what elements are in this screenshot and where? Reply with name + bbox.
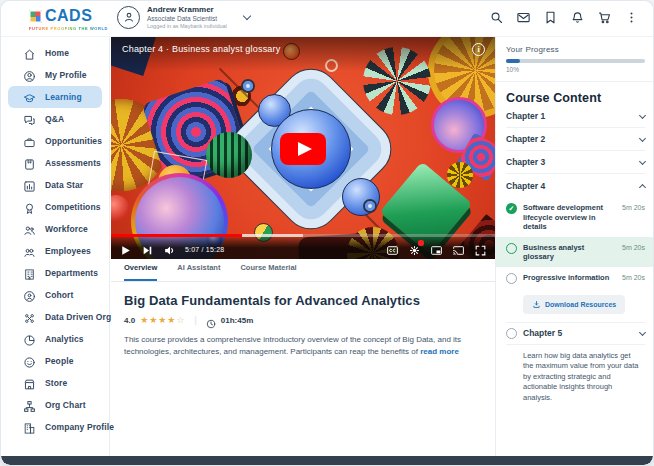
sidebar-item-opportunities[interactable]: Opportunities xyxy=(8,130,102,152)
profile-icon xyxy=(23,69,36,82)
bell-icon[interactable] xyxy=(570,10,585,25)
info-icon[interactable]: i xyxy=(472,43,485,56)
sidebar-item-people[interactable]: People xyxy=(8,350,102,372)
more-icon[interactable] xyxy=(624,10,639,25)
course-content-heading: Course Content xyxy=(506,91,645,105)
departments-icon xyxy=(23,267,36,280)
company-profile-icon xyxy=(23,421,36,434)
tab-overview[interactable]: Overview xyxy=(124,263,157,281)
video-progress-bar xyxy=(111,234,242,237)
sidebar-item-workforce[interactable]: Workforce xyxy=(8,218,102,240)
rating-value: 4.0 xyxy=(124,316,135,325)
user-login-note: Logged in as Maybank individual xyxy=(147,23,227,29)
sidebar-item-qa[interactable]: Q&A xyxy=(8,108,102,130)
current-circle-icon xyxy=(506,243,517,254)
video-time: 5:07 / 15:28 xyxy=(185,246,224,253)
app-window: CADS FUTURE PROOFING THE WORLD Andrew Kr… xyxy=(0,0,654,466)
cart-icon[interactable] xyxy=(597,10,612,25)
sidebar-item-my-profile[interactable]: My Profile xyxy=(8,64,102,86)
sidebar-item-home[interactable]: Home xyxy=(8,42,102,64)
next-icon[interactable] xyxy=(141,243,154,256)
cast-icon[interactable] xyxy=(452,243,465,256)
chapter-row-5[interactable]: Chapter 5 xyxy=(506,322,645,345)
chapter-row-2[interactable]: Chapter 2 xyxy=(506,128,645,151)
workforce-icon xyxy=(23,223,36,236)
competitions-icon xyxy=(23,201,36,214)
completed-check-icon: ✓ xyxy=(506,203,517,214)
tab-course-material[interactable]: Course Material xyxy=(240,263,296,281)
chapter-row-1[interactable]: Chapter 1 xyxy=(506,105,645,128)
user-profile-menu[interactable]: Andrew Krammer Associate Data Scientist … xyxy=(117,5,250,29)
youtube-play-button[interactable] xyxy=(280,133,326,165)
top-header: CADS FUTURE PROOFING THE WORLD Andrew Kr… xyxy=(1,1,653,37)
panel-divider xyxy=(496,81,654,82)
chevron-down-icon xyxy=(639,328,646,335)
read-more-link[interactable]: read more xyxy=(420,347,459,356)
analytics-icon xyxy=(23,333,36,346)
video-top-gradient xyxy=(111,37,495,71)
cads-logo[interactable]: CADS FUTURE PROOFING THE WORLD xyxy=(29,7,108,31)
download-icon xyxy=(532,300,541,309)
search-icon[interactable] xyxy=(489,10,504,25)
employees-icon xyxy=(23,245,36,258)
tab-ai-assistant[interactable]: AI Assistant xyxy=(177,263,220,281)
play-icon[interactable] xyxy=(119,243,132,256)
sidebar: Home My Profile Learning Q&A Opportuniti… xyxy=(1,37,110,456)
sidebar-item-org-chart[interactable]: Org Chart xyxy=(8,394,102,416)
chapter-row-4[interactable]: Chapter 4 xyxy=(506,174,645,197)
sidebar-item-store[interactable]: Store xyxy=(8,372,102,394)
video-controls: 5:07 / 15:28 xyxy=(111,234,495,259)
sidebar-item-employees[interactable]: Employees xyxy=(8,240,102,262)
download-resources-button[interactable]: Download Resources xyxy=(523,295,625,314)
user-role: Associate Data Scientist xyxy=(147,15,227,22)
cads-logo-text: CADS xyxy=(45,7,92,25)
learning-icon xyxy=(23,91,36,104)
home-icon xyxy=(23,47,36,60)
user-name: Andrew Krammer xyxy=(147,5,227,14)
bookmark-icon[interactable] xyxy=(543,10,558,25)
miniplayer-icon[interactable] xyxy=(430,243,443,256)
course-title: Big Data Fundamentals for Advanced Analy… xyxy=(124,293,482,308)
progress-bar-fill xyxy=(506,59,520,63)
lesson-row-current[interactable]: Business analyst glossary 5m 20s xyxy=(496,237,654,267)
data-star-icon xyxy=(23,179,36,192)
upcoming-circle-icon xyxy=(506,273,517,284)
window-bottom-bar xyxy=(1,456,653,465)
sidebar-item-assessments[interactable]: Assessments xyxy=(8,152,102,174)
briefcase-icon xyxy=(23,135,36,148)
settings-icon[interactable] xyxy=(408,243,421,256)
meta-divider: | xyxy=(194,315,196,325)
sidebar-item-data-star[interactable]: Data Star xyxy=(8,174,102,196)
progress-bar xyxy=(506,59,645,63)
sidebar-item-departments[interactable]: Departments xyxy=(8,262,102,284)
right-panel: Your Progress 10% Course Content Chapter… xyxy=(495,37,654,456)
sidebar-item-learning[interactable]: Learning xyxy=(8,86,102,108)
chevron-down-icon xyxy=(639,111,646,118)
course-tabs: Overview AI Assistant Course Material xyxy=(111,259,495,282)
sidebar-item-cohort[interactable]: Cohort xyxy=(8,284,102,306)
video-player[interactable]: Chapter 4 · Business analyst glossary i … xyxy=(111,37,495,259)
lesson-duration: 5m 20s xyxy=(622,204,645,232)
assessments-icon xyxy=(23,157,36,170)
lesson-row-completed[interactable]: ✓ Software development lifecycle overvie… xyxy=(506,197,645,237)
chevron-up-icon xyxy=(639,183,646,190)
chapter-row-3[interactable]: Chapter 3 xyxy=(506,151,645,174)
fullscreen-icon[interactable] xyxy=(474,243,487,256)
cads-logo-tagline: FUTURE PROOFING THE WORLD xyxy=(29,26,108,31)
cc-icon[interactable] xyxy=(386,243,399,256)
cohort-icon xyxy=(23,289,36,302)
sidebar-item-data-driven-org[interactable]: Data Driven Org xyxy=(8,306,102,328)
chevron-down-icon xyxy=(639,157,646,164)
volume-icon[interactable] xyxy=(163,243,176,256)
qa-icon xyxy=(23,113,36,126)
lesson-duration: 5m 20s xyxy=(622,274,645,284)
sidebar-item-analytics[interactable]: Analytics xyxy=(8,328,102,350)
course-description: This course provides a comprehensive int… xyxy=(124,334,482,357)
sidebar-item-competitions[interactable]: Competitions xyxy=(8,196,102,218)
lesson-duration: 5m 20s xyxy=(622,244,645,262)
chevron-down-icon xyxy=(639,134,646,141)
mail-icon[interactable] xyxy=(516,10,531,25)
main-content: Chapter 4 · Business analyst glossary i … xyxy=(111,37,495,456)
sidebar-item-company-profile[interactable]: Company Profile xyxy=(8,416,102,438)
lesson-row-upcoming[interactable]: Progressive information 5m 20s xyxy=(506,267,645,289)
